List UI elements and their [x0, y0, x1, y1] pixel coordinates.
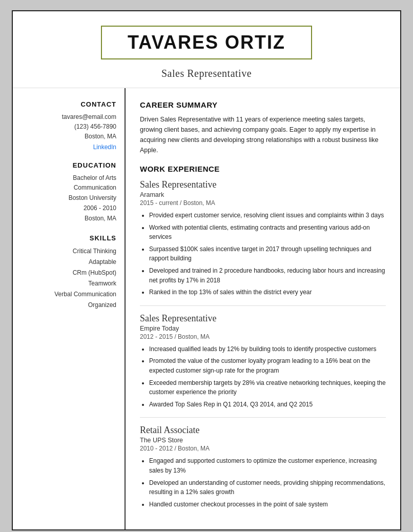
company-name: Empire Today	[140, 325, 386, 332]
work-entry: Sales RepresentativeEmpire Today2012 - 2…	[140, 305, 386, 410]
job-title-text: Sales Representative	[140, 179, 386, 190]
main-content: CONTACT tavares@email.com (123) 456-7890…	[13, 88, 400, 529]
name-box: TAVARES ORTIZ	[101, 26, 312, 59]
left-column: CONTACT tavares@email.com (123) 456-7890…	[13, 88, 126, 529]
job-meta: 2012 - 2015 / Boston, MA	[140, 333, 386, 340]
candidate-title: Sales Representative	[33, 68, 380, 79]
bullet-item: Engaged and supported customers to optim…	[149, 456, 386, 475]
career-summary-title: CAREER SUMMARY	[140, 100, 386, 109]
contact-phone: (123) 456-7890	[25, 122, 116, 132]
skill-item: Organized	[25, 300, 116, 311]
contact-section-title: CONTACT	[25, 100, 116, 108]
career-summary-text: Driven Sales Representative with 11 year…	[140, 114, 386, 155]
job-title-text: Sales Representative	[140, 313, 386, 324]
contact-linkedin[interactable]: LinkedIn	[93, 144, 116, 151]
skill-item: Adaptable	[25, 257, 116, 268]
edu-years: 2006 - 2010	[25, 203, 116, 214]
edu-location: Boston, MA	[25, 214, 116, 224]
contact-email: tavares@email.com	[25, 112, 116, 122]
right-column: CAREER SUMMARY Driven Sales Representati…	[126, 88, 400, 529]
edu-school: Boston University	[25, 193, 116, 203]
company-name: Aramark	[140, 191, 386, 198]
job-bullets: Provided expert customer service, resolv…	[140, 211, 386, 297]
header-section: TAVARES ORTIZ Sales Representative	[13, 11, 400, 88]
bullet-item: Developed and trained in 2 procedure han…	[149, 266, 386, 285]
work-experience-list: Sales RepresentativeAramark2015 - curren…	[140, 179, 386, 509]
bullet-item: Worked with potential clients, estimatin…	[149, 223, 386, 242]
job-meta: 2015 - current / Boston, MA	[140, 199, 386, 207]
job-title-text: Retail Associate	[140, 425, 386, 436]
bullet-item: Awarded Top Sales Rep in Q1 2014, Q3 201…	[149, 400, 386, 410]
bullet-item: Handled customer checkout processes in t…	[149, 500, 386, 509]
bullet-item: Promoted the value of the customer loyal…	[149, 356, 386, 375]
bullet-item: Increased qualified leads by 12% by buil…	[149, 344, 386, 354]
bullet-item: Ranked in the top 13% of sales within th…	[149, 288, 386, 297]
job-bullets: Engaged and supported customers to optim…	[140, 456, 386, 509]
bullet-item: Developed an understanding of customer n…	[149, 478, 386, 497]
skill-item: Critical Thinking	[25, 246, 116, 257]
edu-degree: Bachelor of Arts	[25, 173, 116, 183]
skills-section-title: SKILLS	[25, 234, 116, 242]
job-meta: 2010 - 2012 / Boston, MA	[140, 445, 386, 452]
education-section-title: EDUCATION	[25, 161, 116, 169]
bullet-item: Surpassed $100K sales incentive target i…	[149, 244, 386, 263]
skill-item: Teamwork	[25, 278, 116, 289]
work-entry: Sales RepresentativeAramark2015 - curren…	[140, 179, 386, 297]
candidate-name: TAVARES ORTIZ	[128, 32, 285, 53]
skills-list: Critical ThinkingAdaptableCRm (HubSpot)T…	[25, 246, 116, 311]
work-entry: Retail AssociateThe UPS Store2010 - 2012…	[140, 417, 386, 509]
edu-field: Communication	[25, 183, 116, 193]
bullet-item: Provided expert customer service, resolv…	[149, 211, 386, 220]
skill-item: Verbal Communication	[25, 289, 116, 300]
work-experience-title: WORK EXPERIENCE	[140, 165, 386, 173]
company-name: The UPS Store	[140, 437, 386, 444]
skill-item: CRm (HubSpot)	[25, 268, 116, 278]
resume-page: TAVARES ORTIZ Sales Representative CONTA…	[12, 10, 401, 530]
contact-city: Boston, MA	[25, 132, 116, 141]
bullet-item: Exceeded membership targets by 28% via c…	[149, 378, 386, 397]
job-bullets: Increased qualified leads by 12% by buil…	[140, 344, 386, 410]
